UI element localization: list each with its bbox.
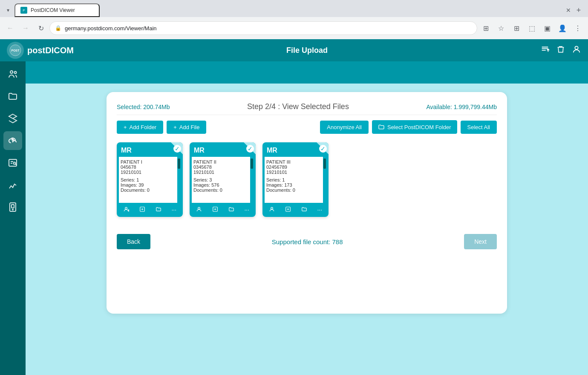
documents-1: Documents: 0 [193,188,252,193]
svg-point-10 [125,207,127,209]
file-card-footer-0: ? ··· [117,203,183,217]
documents-2: Documents: 0 [266,188,325,193]
svg-rect-8 [12,205,14,208]
svg-point-3 [10,71,13,73]
tab-title: PostDICOM Viewer [31,7,75,13]
plus-icon: + [173,124,177,130]
sidebar-item-folder[interactable] [3,87,22,106]
user-icon[interactable] [572,45,581,56]
active-tab[interactable]: P PostDICOM Viewer [14,3,100,17]
patient-date-1: 19210101 [193,170,252,175]
patient-footer-icon-1[interactable] [194,205,204,214]
app-logo-text: postDICOM [27,46,74,55]
url-display: germany.postdicom.com/Viewer/Main [65,25,472,32]
action-row: + Add Folder + Add File Anonymize All Se… [117,120,497,134]
file-check-0[interactable]: ✓ [173,145,181,153]
file-card-header-1: MR ✓ [190,142,256,157]
header-icons [540,45,581,56]
file-type-0: MR [121,147,132,154]
forward-nav-button[interactable]: → [19,21,32,35]
upload-list-icon[interactable] [540,45,550,56]
sidebar-item-cloud-upload[interactable] [3,131,22,150]
upload-card: Selected: 200.74Mb Step 2/4 : View Selec… [107,92,507,314]
file-card-0: MR ✓ PATIENT I 045678 19210101 Series: 1… [117,142,183,217]
patient-name-1: PATIENT II [193,159,252,164]
series-1: Series: 3 [193,177,252,182]
app-logo: POST postDICOM [7,42,74,59]
translate-icon[interactable]: ⊞ [479,21,493,35]
file-card-2: MR ✓ PATIENT III 02456789 19210101 Serie… [262,142,329,217]
step-title: Step 2/4 : View Selected Files [247,102,349,111]
select-all-button[interactable]: Select All [461,121,497,134]
back-nav-button[interactable]: ← [3,21,17,35]
svg-text:?: ? [128,209,129,212]
add-folder-button[interactable]: + Add Folder [117,121,163,134]
file-card-footer-1: ··· [190,203,256,217]
more-footer-icon-1[interactable]: ··· [242,205,251,214]
images-0: Images: 39 [121,182,179,188]
trash-icon[interactable] [556,45,565,56]
patient-id-2: 02456789 [266,164,325,170]
folder-footer-icon-1[interactable] [227,205,236,214]
app-header: POST postDICOM File Upload [0,39,588,61]
series-2: Series: 1 [266,177,325,182]
images-1: Images: 576 [193,182,252,188]
file-check-2[interactable]: ✓ [319,145,327,153]
svg-text:POST: POST [11,49,20,52]
svg-point-9 [12,209,13,210]
svg-point-6 [14,162,16,164]
new-tab-button[interactable]: + [573,4,585,16]
app-title: File Upload [74,46,540,55]
patient-footer-icon-2[interactable] [267,205,277,214]
main-content: Selected: 200.74Mb Step 2/4 : View Selec… [26,84,588,375]
svg-point-2 [575,46,578,49]
browser-profile-icon[interactable]: ⊞ [510,21,523,35]
add-footer-icon-0[interactable] [138,205,147,214]
patient-footer-icon-0[interactable]: ? [121,205,131,214]
sidebar-item-analytics[interactable] [3,176,22,194]
sidebar-toggle-icon[interactable]: ▣ [540,21,554,35]
sidebar-item-users[interactable] [3,65,22,84]
add-footer-icon-2[interactable] [283,205,293,214]
next-button[interactable]: Next [464,234,497,249]
add-footer-icon-1[interactable] [210,205,220,214]
plus-icon: + [124,124,127,130]
patient-id-1: 0345678 [193,164,252,170]
files-grid: MR ✓ PATIENT I 045678 19210101 Series: 1… [117,142,497,217]
patient-name-0: PATIENT I [121,159,179,164]
file-card-1: MR ✓ PATIENT II 0345678 19210101 Series:… [190,142,256,217]
tab-close-button[interactable]: ✕ [566,7,571,14]
tab-switcher-icon[interactable]: ▾ [3,6,13,15]
bookmark-icon[interactable]: ☆ [494,21,508,35]
add-file-button[interactable]: + Add File [167,121,206,134]
supported-file-count: Supported file count: 788 [272,238,343,245]
selected-info: Selected: 200.74Mb [117,104,170,110]
sidebar-item-search-list[interactable] [3,153,22,172]
sidebar [0,61,26,375]
address-bar[interactable]: 🔒 germany.postdicom.com/Viewer/Main [49,21,477,35]
sidebar-item-layers[interactable] [3,109,22,128]
back-button[interactable]: Back [117,234,150,249]
folder-footer-icon-0[interactable] [154,205,163,214]
file-type-2: MR [267,147,277,154]
file-card-header-2: MR ✓ [262,142,329,157]
file-check-1[interactable]: ✓ [246,145,254,153]
folder-footer-icon-2[interactable] [300,205,309,214]
file-type-1: MR [194,147,205,154]
card-footer: Back Supported file count: 788 Next [117,227,497,249]
anonymize-all-button[interactable]: Anonymize All [320,121,369,134]
file-card-footer-2: ··· [262,203,329,217]
more-footer-icon-0[interactable]: ··· [170,205,178,214]
user-profile-icon[interactable]: 👤 [556,21,569,35]
sidebar-item-remote[interactable] [3,198,22,216]
menu-icon[interactable]: ⋮ [571,21,585,35]
svg-point-15 [271,207,273,209]
patient-name-2: PATIENT III [266,159,325,164]
more-footer-icon-2[interactable]: ··· [315,205,324,214]
reload-button[interactable]: ↻ [34,21,48,35]
series-0: Series: 1 [121,177,179,182]
svg-point-4 [14,72,17,74]
extensions-icon[interactable]: ⬚ [525,21,539,35]
select-postdicom-folder-button[interactable]: Select PostDICOM Folder [372,120,457,134]
file-card-header-0: MR ✓ [117,142,183,157]
